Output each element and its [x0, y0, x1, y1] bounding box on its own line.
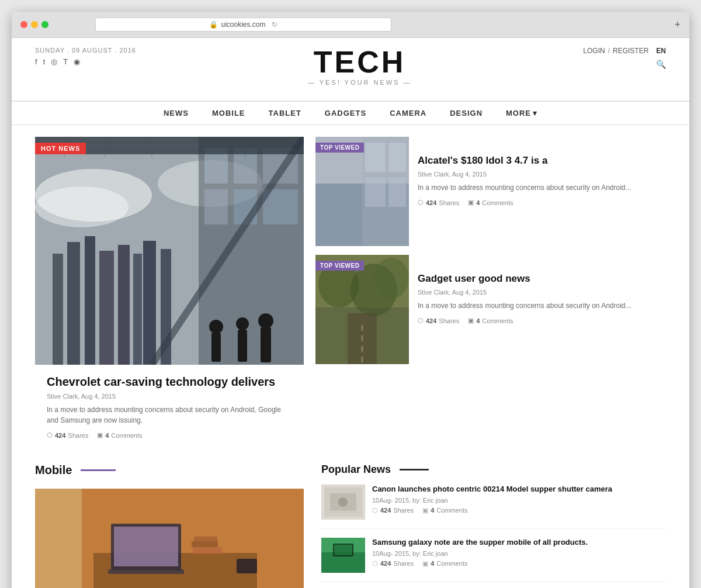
site-tagline: — YES! YOUR NEWS —	[136, 79, 583, 86]
hot-news-badge: HOT NEWS	[35, 143, 86, 154]
side-article-2-excerpt: In a move to address mounting concerns a…	[418, 300, 657, 311]
svg-rect-21	[211, 333, 221, 362]
side-article-2-image: TOP VIEWED	[315, 255, 409, 364]
svg-rect-60	[237, 559, 257, 573]
register-link[interactable]: REGISTER	[613, 47, 648, 55]
shares-label: Shares	[68, 432, 88, 439]
search-button[interactable]: 🔍	[656, 60, 666, 69]
mobile-section-divider	[81, 469, 116, 471]
popular-item-1: Canon launches photo centric 00214 Model…	[321, 485, 666, 529]
nav-mobile[interactable]: MOBILE	[212, 109, 245, 117]
side-article-1: TOP VIEWED Alcatel's $180 Idol 3 4.7 is …	[315, 137, 666, 246]
svg-rect-16	[204, 189, 228, 224]
share-icon: ⬡	[418, 317, 424, 324]
popular-item-1-meta: 10Aug- 2015, by: Eric joan	[372, 497, 666, 504]
header-center: TECH — YES! YOUR NEWS —	[136, 47, 583, 86]
svg-rect-7	[99, 251, 114, 365]
instagram-icon[interactable]: ◎	[51, 57, 57, 66]
share-icon: ⬡	[372, 560, 378, 568]
lock-icon: 🔒	[209, 20, 218, 29]
svg-rect-55	[114, 527, 178, 566]
svg-rect-39	[365, 178, 386, 207]
comments-count: 4	[105, 432, 109, 439]
mobile-section: Mobile	[35, 464, 304, 588]
svg-rect-68	[334, 545, 352, 555]
main-navigation: NEWS MOBILE TABLET GADGETS CAMERA DESIGN…	[12, 101, 689, 125]
popular-news-header: Popular News	[321, 464, 666, 476]
nav-tablet[interactable]: TABLET	[269, 109, 301, 117]
close-button[interactable]	[20, 21, 27, 28]
svg-rect-4	[53, 254, 63, 365]
popular-item-2-title[interactable]: Samsung galaxy note are the supper mobil…	[372, 538, 666, 548]
share-icon: ⬡	[418, 199, 424, 206]
header-auth: LOGIN / REGISTER EN	[583, 47, 666, 55]
refresh-icon[interactable]: ↻	[272, 20, 277, 29]
tumblr-icon[interactable]: T	[63, 57, 68, 66]
side-article-1-image: TOP VIEWED	[315, 137, 409, 246]
maximize-button[interactable]	[41, 21, 48, 28]
chevron-down-icon: ▾	[533, 109, 537, 117]
comment-icon: ▣	[97, 431, 103, 439]
shares-stat: ⬡ 424 Shares	[47, 431, 88, 439]
url-bar[interactable]: 🔒 uicookies.com ↻	[95, 18, 391, 32]
language-selector[interactable]: EN	[656, 47, 666, 55]
login-link[interactable]: LOGIN	[583, 47, 605, 55]
hero-image: HOT NEWS	[35, 137, 304, 365]
p1-shares: ⬡ 424 Shares	[372, 507, 414, 514]
comments-stat: ▣ 4 Comments	[97, 431, 142, 439]
svg-point-22	[236, 317, 249, 330]
hero-side-articles: TOP VIEWED Alcatel's $180 Idol 3 4.7 is …	[315, 137, 666, 446]
svg-rect-37	[365, 143, 386, 172]
rss-icon[interactable]: ◉	[74, 57, 80, 66]
nav-more[interactable]: MORE ▾	[506, 109, 537, 117]
svg-rect-23	[238, 330, 247, 362]
main-content: HOT NEWS Chevrolet car-saving technology…	[12, 125, 689, 588]
nav-camera[interactable]: CAMERA	[390, 109, 426, 117]
popular-item-2-thumb	[321, 538, 365, 573]
side-1-comments: ▣ 4 Comments	[468, 199, 513, 206]
svg-rect-59	[194, 537, 217, 542]
hero-article-stats: ⬡ 424 Shares ▣ 4 Comments	[47, 431, 292, 439]
new-tab-button[interactable]: +	[674, 19, 681, 31]
popular-1-graphic	[321, 485, 365, 520]
popular-news-divider	[400, 469, 429, 471]
side-article-2-title[interactable]: Gadget user good news	[418, 272, 657, 285]
hero-article-meta: Stive Clark, Aug 4, 2015	[47, 393, 292, 400]
minimize-button[interactable]	[31, 21, 38, 28]
social-icons: f t ◎ T ◉	[35, 57, 136, 66]
popular-news-title: Popular News	[321, 464, 391, 476]
auth-separator: /	[608, 47, 610, 55]
mobile-section-title: Mobile	[35, 464, 72, 477]
nav-design[interactable]: DESIGN	[450, 109, 483, 117]
traffic-lights	[20, 21, 48, 28]
side-article-1-stats: ⬡ 424 Shares ▣ 4 Comments	[418, 199, 657, 206]
svg-rect-6	[85, 236, 95, 365]
nav-news[interactable]: NEWS	[164, 109, 189, 117]
popular-item-1-title[interactable]: Canon launches photo centric 00214 Model…	[372, 485, 666, 494]
comment-icon: ▣	[422, 560, 428, 568]
svg-point-20	[209, 320, 223, 334]
popular-item-1-thumb	[321, 485, 365, 520]
side-article-1-graphic	[315, 137, 409, 246]
hero-article-excerpt: In a move to address mounting concerns a…	[47, 404, 292, 426]
nav-gadgets[interactable]: GADGETS	[325, 109, 366, 117]
browser-chrome: 🔒 uicookies.com ↻ +	[12, 12, 689, 38]
twitter-icon[interactable]: t	[43, 57, 46, 66]
hero-section: HOT NEWS Chevrolet car-saving technology…	[35, 137, 666, 446]
comments-label: Comments	[111, 432, 142, 439]
svg-rect-5	[67, 242, 80, 365]
svg-rect-25	[261, 327, 271, 362]
svg-rect-52	[35, 489, 82, 588]
hero-article-title[interactable]: Chevrolet car-saving technology delivers	[47, 374, 292, 389]
svg-point-2	[35, 186, 129, 227]
header-left: SUNDAY . 09 AUGUST . 2016 f t ◎ T ◉	[35, 47, 136, 66]
svg-point-64	[338, 497, 348, 507]
top-viewed-badge-2: TOP VIEWED	[315, 261, 364, 271]
svg-rect-10	[143, 241, 156, 365]
side-article-1-title[interactable]: Alcatel's $180 Idol 3 4.7 is a	[418, 154, 657, 167]
share-icon: ⬡	[372, 507, 378, 514]
side-article-1-excerpt: In a move to address mounting concerns a…	[418, 182, 657, 193]
p2-shares: ⬡ 424 Shares	[372, 560, 414, 568]
facebook-icon[interactable]: f	[35, 57, 37, 66]
date-display: SUNDAY . 09 AUGUST . 2016	[35, 47, 136, 54]
